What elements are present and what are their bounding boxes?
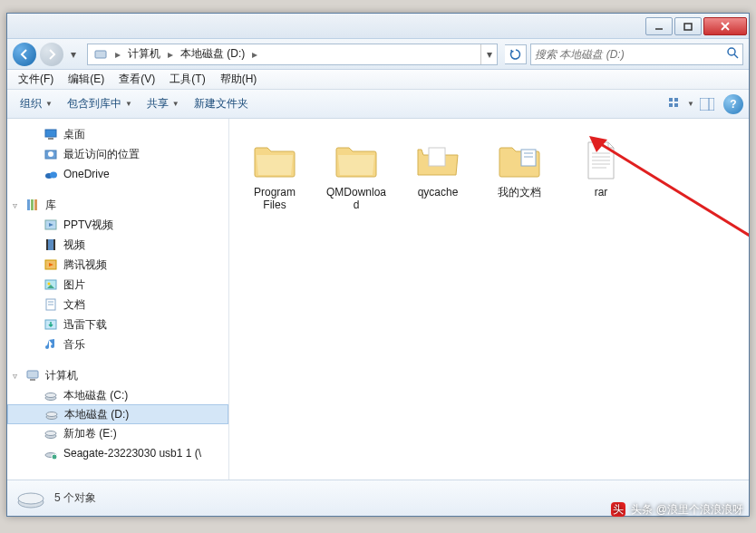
- chevron-right-icon: ▸: [113, 48, 122, 61]
- svg-rect-4: [95, 51, 106, 58]
- svg-point-41: [46, 412, 57, 417]
- sidebar-computer-root[interactable]: ▿ 计算机: [7, 365, 228, 385]
- sidebar-fav-item[interactable]: OneDrive: [7, 164, 228, 184]
- svg-point-45: [52, 454, 57, 460]
- sidebar-lib-item[interactable]: PPTV视频: [7, 215, 228, 235]
- sidebar-lib-item[interactable]: 迅雷下载: [7, 315, 228, 334]
- file-pane[interactable]: Program FilesQMDownloadqycache我的文档rar: [229, 119, 749, 480]
- sidebar-lib-item[interactable]: 音乐: [7, 334, 228, 354]
- file-item[interactable]: rar: [565, 135, 637, 215]
- file-item[interactable]: 我的文档: [483, 135, 556, 215]
- history-dropdown[interactable]: ▾: [67, 44, 80, 64]
- search-box[interactable]: [530, 44, 743, 65]
- svg-rect-46: [429, 148, 445, 166]
- close-button[interactable]: [703, 17, 747, 35]
- video-icon: [44, 218, 58, 232]
- folder-doc-icon: [498, 139, 541, 182]
- svg-line-6: [734, 54, 738, 58]
- file-label: rar: [595, 186, 608, 199]
- tree-item-label: 本地磁盘 (D:): [64, 407, 129, 422]
- sidebar-drive-item[interactable]: Seagate-23223030 usb1 1 (\: [7, 443, 228, 463]
- svg-rect-37: [30, 379, 35, 381]
- netdrive-icon: [44, 446, 58, 460]
- svg-rect-19: [27, 199, 30, 210]
- svg-rect-9: [669, 103, 673, 107]
- chevron-right-icon: ▸: [166, 48, 175, 61]
- breadcrumb-dropdown[interactable]: ▾: [480, 44, 497, 64]
- svg-rect-36: [27, 371, 38, 378]
- breadcrumb-seg-computer[interactable]: 计算机: [122, 44, 166, 64]
- music-icon: [44, 337, 58, 352]
- svg-point-30: [48, 283, 51, 286]
- svg-point-16: [48, 151, 53, 157]
- tree-item-label: 图片: [63, 277, 85, 293]
- sidebar-drive-item[interactable]: 本地磁盘 (C:): [7, 385, 228, 405]
- file-item[interactable]: qycache: [402, 135, 474, 215]
- svg-rect-21: [34, 199, 37, 210]
- view-options-button[interactable]: ▼: [669, 93, 694, 115]
- file-item[interactable]: Program Files: [238, 135, 311, 215]
- tree-item-label: 音乐: [63, 337, 85, 353]
- tree-item-label: 本地磁盘 (C:): [63, 388, 128, 403]
- breadcrumb[interactable]: ▸ 计算机 ▸ 本地磁盘 (D:) ▸ ▾: [87, 44, 498, 65]
- forward-button[interactable]: [40, 43, 63, 66]
- svg-rect-11: [700, 98, 714, 111]
- menu-file[interactable]: 文件(F): [11, 70, 61, 89]
- breadcrumb-root-icon[interactable]: [88, 44, 113, 64]
- menu-edit[interactable]: 编辑(E): [61, 70, 111, 89]
- txt-icon: [579, 139, 623, 182]
- refresh-button[interactable]: [505, 44, 527, 64]
- new-folder-button[interactable]: 新建文件夹: [187, 93, 256, 115]
- tree-item-label: 最近访问的位置: [63, 147, 140, 162]
- file-item[interactable]: QMDownload: [320, 135, 393, 215]
- search-icon[interactable]: [726, 46, 739, 62]
- menu-view[interactable]: 查看(V): [111, 70, 162, 89]
- back-button[interactable]: [13, 43, 36, 66]
- svg-rect-13: [45, 130, 56, 137]
- share-button[interactable]: 共享▼: [140, 93, 187, 115]
- svg-rect-20: [31, 199, 34, 210]
- minimize-button[interactable]: [645, 17, 673, 35]
- svg-point-39: [45, 393, 56, 398]
- drive-icon: [44, 407, 59, 422]
- tree-item-label: Seagate-23223030 usb1 1 (\: [63, 447, 201, 460]
- menu-tools[interactable]: 工具(T): [162, 70, 212, 89]
- sidebar-computer-label: 计算机: [45, 368, 78, 383]
- sidebar-lib-item[interactable]: 视频: [7, 235, 228, 255]
- file-label: Program Files: [242, 186, 307, 211]
- folder-open-icon: [416, 139, 460, 182]
- sidebar-fav-item[interactable]: 桌面: [7, 124, 228, 144]
- tree-item-label: 视频: [63, 237, 85, 253]
- sidebar-libraries-root[interactable]: ▿ 库: [7, 195, 228, 215]
- svg-point-18: [50, 172, 57, 179]
- include-library-button[interactable]: 包含到库中▼: [60, 93, 140, 115]
- svg-point-5: [728, 48, 735, 55]
- sidebar-lib-item[interactable]: 腾讯视频: [7, 255, 228, 275]
- breadcrumb-seg-drive[interactable]: 本地磁盘 (D:): [175, 44, 250, 64]
- preview-pane-button[interactable]: [694, 93, 720, 115]
- library-icon: [25, 198, 40, 212]
- chevron-right-icon: ▸: [250, 48, 259, 61]
- pictures-icon: [44, 277, 58, 292]
- sidebar-drive-item[interactable]: 新加卷 (E:): [7, 423, 228, 443]
- sidebar-drive-item[interactable]: 本地磁盘 (D:): [7, 404, 228, 424]
- maximize-button[interactable]: [674, 17, 702, 35]
- sidebar-lib-item[interactable]: 图片: [7, 275, 228, 295]
- svg-rect-7: [669, 98, 673, 102]
- statusbar: 5 个对象: [7, 480, 749, 516]
- svg-rect-8: [674, 98, 678, 102]
- file-label: qycache: [418, 186, 459, 199]
- search-input[interactable]: [535, 48, 726, 61]
- svg-rect-26: [53, 239, 55, 250]
- collapse-icon[interactable]: ▿: [13, 371, 17, 381]
- sidebar-lib-item[interactable]: 文档: [7, 295, 228, 315]
- collapse-icon[interactable]: ▿: [13, 200, 17, 210]
- titlebar: [7, 14, 749, 39]
- tree-item-label: 腾讯视频: [63, 257, 107, 273]
- help-button[interactable]: ?: [723, 94, 743, 114]
- tree-item-label: PPTV视频: [63, 218, 113, 233]
- sidebar-fav-item[interactable]: 最近访问的位置: [7, 144, 228, 164]
- tencent-icon: [44, 257, 58, 272]
- menu-help[interactable]: 帮助(H): [213, 70, 265, 89]
- organize-button[interactable]: 组织▼: [13, 93, 60, 115]
